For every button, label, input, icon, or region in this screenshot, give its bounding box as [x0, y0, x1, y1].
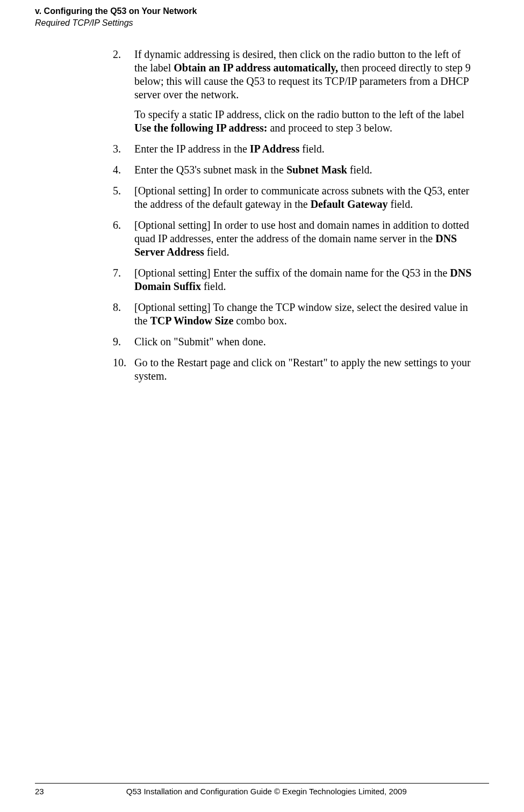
content: 2.If dynamic addressing is desired, then…: [113, 48, 476, 383]
bold-text: IP Address: [250, 143, 299, 155]
text-run: Enter the IP address in the: [134, 143, 250, 155]
text-run: field.: [299, 143, 325, 155]
step-item: 4.Enter the Q53's subnet mask in the Sub…: [113, 163, 476, 177]
step-paragraph: [Optional setting] In order to communica…: [134, 184, 476, 211]
step-number: 10.: [113, 356, 129, 369]
text-run: combo box.: [233, 315, 286, 327]
footer-page-number: 23: [35, 787, 44, 796]
text-run: field.: [347, 164, 372, 176]
bold-text: Subnet Mask: [286, 164, 347, 176]
step-number: 8.: [113, 301, 129, 314]
steps-list: 2.If dynamic addressing is desired, then…: [113, 48, 476, 383]
text-run: Click on "Submit" when done.: [134, 336, 266, 347]
step-item: 7.[Optional setting] Enter the suffix of…: [113, 266, 476, 293]
step-item: 5.[Optional setting] In order to communi…: [113, 184, 476, 211]
step-number: 3.: [113, 142, 129, 156]
step-number: 6.: [113, 219, 129, 232]
bold-text: TCP Window Size: [150, 315, 233, 327]
bold-text: Use the following IP address:: [134, 122, 267, 134]
step-number: 2.: [113, 48, 129, 61]
bold-text: Default Gateway: [311, 198, 388, 210]
text-run: field.: [388, 198, 413, 210]
step-number: 5.: [113, 184, 129, 198]
step-paragraph: If dynamic addressing is desired, then c…: [134, 48, 476, 102]
step-item: 9.Click on "Submit" when done.: [113, 335, 476, 349]
step-paragraph: Enter the Q53's subnet mask in the Subne…: [134, 163, 476, 177]
text-run: To specify a static IP address, click on…: [134, 108, 464, 120]
step-item: 8.[Optional setting] To change the TCP w…: [113, 301, 476, 328]
step-number: 9.: [113, 335, 129, 349]
step-paragraph: Enter the IP address in the IP Address f…: [134, 142, 476, 156]
text-run: Go to the Restart page and click on "Res…: [134, 357, 471, 382]
text-run: field.: [201, 280, 226, 292]
step-item: 3.Enter the IP address in the IP Address…: [113, 142, 476, 156]
step-paragraph: Click on "Submit" when done.: [134, 335, 476, 349]
page: v. Configuring the Q53 on Your Network R…: [0, 0, 524, 812]
step-number: 4.: [113, 163, 129, 177]
text-run: Enter the Q53's subnet mask in the: [134, 164, 286, 176]
step-paragraph: [Optional setting] Enter the suffix of t…: [134, 266, 476, 293]
step-number: 7.: [113, 266, 129, 280]
bold-text: Obtain an IP address automatically,: [174, 62, 338, 74]
text-run: and proceed to step 3 below.: [267, 122, 392, 134]
step-paragraph: [Optional setting] To change the TCP win…: [134, 301, 476, 328]
step-paragraph: Go to the Restart page and click on "Res…: [134, 356, 476, 383]
step-item: 10.Go to the Restart page and click on "…: [113, 356, 476, 383]
text-run: [Optional setting] Enter the suffix of t…: [134, 267, 450, 279]
text-run: field.: [204, 246, 229, 258]
page-footer: 23 Q53 Installation and Configuration Gu…: [35, 783, 489, 796]
text-run: [Optional setting] In order to communica…: [134, 185, 469, 210]
step-item: 2.If dynamic addressing is desired, then…: [113, 48, 476, 135]
text-run: [Optional setting] In order to use host …: [134, 219, 469, 244]
step-item: 6.[Optional setting] In order to use hos…: [113, 219, 476, 259]
header-section: Required TCP/IP Settings: [35, 17, 489, 29]
step-paragraph: To specify a static IP address, click on…: [134, 108, 476, 135]
page-header: v. Configuring the Q53 on Your Network R…: [35, 0, 489, 28]
footer-text: Q53 Installation and Configuration Guide…: [44, 787, 489, 796]
step-paragraph: [Optional setting] In order to use host …: [134, 219, 476, 259]
header-chapter: v. Configuring the Q53 on Your Network: [35, 5, 489, 17]
